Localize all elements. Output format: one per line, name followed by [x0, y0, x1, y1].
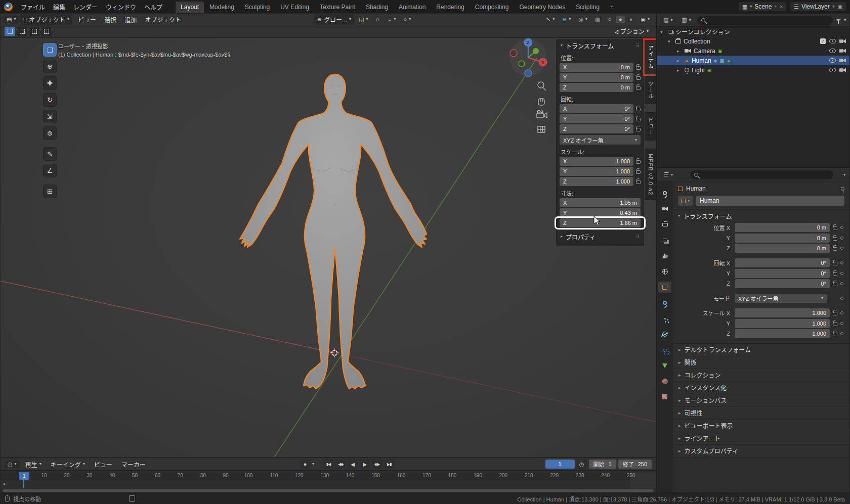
eye-icon[interactable] [829, 39, 836, 43]
transform-orientation-selector[interactable]: ⊕グロー...▾ [314, 14, 354, 25]
panel-drag-icon[interactable]: ⠿ [636, 234, 640, 240]
proportional-edit-toggle[interactable]: ○▾ [401, 16, 414, 23]
next-keyframe-button[interactable]: ◆▶ [372, 460, 382, 469]
lock-icon[interactable] [833, 272, 837, 276]
tab-render[interactable] [658, 203, 671, 214]
number-field[interactable]: Y0° [560, 114, 633, 123]
selectability-dropdown[interactable]: ↖▾ [543, 16, 558, 23]
use-preview-range-button[interactable]: ◷ [577, 460, 587, 469]
number-field[interactable]: Y1.000 [560, 167, 633, 176]
lock-icon[interactable] [636, 160, 641, 164]
new-scene-icon[interactable]: + [774, 4, 777, 10]
outliner-editor-type-button[interactable]: ▤▾ [660, 16, 675, 24]
outliner-row-collection[interactable]: ▾ Collection ✓ [657, 36, 849, 46]
workspace-tab[interactable]: Animation [394, 2, 431, 13]
collapsed-section-header[interactable]: ▸ ビューポート表示 [673, 420, 849, 432]
show-gizmos-toggle[interactable]: ⊕▾ [559, 16, 574, 23]
number-field[interactable]: 1.000 [735, 329, 830, 338]
collapsed-section-header[interactable]: ▸ モーションパス [673, 394, 849, 407]
animate-decorator-icon[interactable] [840, 322, 843, 325]
playhead-badge[interactable]: 1 [19, 472, 29, 480]
blender-logo-icon[interactable] [4, 3, 13, 11]
keying-menu[interactable]: キーイング▾ [47, 459, 89, 470]
playhead-line[interactable] [23, 480, 24, 488]
render-visibility-icon[interactable] [839, 39, 846, 43]
play-reverse-button[interactable]: ◀ [348, 460, 358, 469]
outliner-search-input[interactable] [697, 16, 833, 25]
timeline-ruler[interactable]: 1 10203040506070809010011012013014015016… [1, 470, 656, 480]
animate-decorator-icon[interactable] [840, 332, 843, 335]
eye-icon[interactable] [829, 49, 836, 53]
transform-section-header[interactable]: ▾ トランスフォーム [673, 210, 849, 222]
workspace-tab[interactable]: Texture Paint [315, 2, 360, 13]
new-viewlayer-icon[interactable]: + [832, 4, 835, 10]
scrollbar-thumb[interactable] [3, 489, 654, 492]
remove-viewlayer-icon[interactable]: ▣ [838, 4, 842, 10]
animate-decorator-icon[interactable] [840, 272, 843, 275]
object-name-field[interactable]: Human [696, 196, 844, 206]
tab-constraints[interactable] [658, 344, 671, 355]
tab-material[interactable] [658, 376, 671, 387]
disclosure-icon[interactable]: ▸ [677, 58, 682, 63]
timeline-scrollbar[interactable] [1, 488, 656, 492]
animate-decorator-icon[interactable] [840, 261, 843, 264]
workspace-tab[interactable]: Shading [361, 2, 393, 13]
workspace-tab[interactable]: + [605, 2, 619, 13]
move-tool[interactable]: ✚ [43, 76, 57, 90]
number-field[interactable]: X1.000 [560, 157, 633, 166]
menubar-item[interactable]: 編集 [49, 1, 69, 13]
filter-icon[interactable] [836, 19, 841, 22]
playback-menu[interactable]: 再生▾ [22, 459, 45, 470]
lock-icon[interactable] [833, 283, 837, 286]
tab-texture[interactable] [658, 391, 671, 402]
workspace-tab[interactable]: Rendering [431, 2, 469, 13]
shading-solid-button[interactable]: ● [616, 16, 625, 23]
object-type-dropdown[interactable]: ▾ [678, 196, 693, 206]
select-mode-extend-button[interactable] [17, 27, 27, 36]
tab-world[interactable] [658, 266, 671, 277]
scale-tool[interactable]: ⇲ [43, 110, 57, 123]
shading-wireframe-button[interactable]: ○ [605, 16, 614, 23]
tab-modifiers[interactable] [658, 297, 671, 308]
auto-keying-button[interactable]: ● [300, 460, 310, 469]
editor-type-button[interactable]: ▤▾ [4, 16, 19, 23]
select-mode-subtract-button[interactable] [29, 27, 39, 36]
rotate-tool[interactable]: ↻ [43, 93, 57, 107]
number-field[interactable]: 0 m [735, 223, 830, 232]
jump-to-start-button[interactable]: ▮◀ [323, 460, 333, 469]
previous-keyframe-button[interactable]: ◀◆ [335, 460, 346, 469]
collapsed-section-header[interactable]: ▸ カスタムプロパティ [673, 445, 849, 457]
outliner-row-light[interactable]: ▸ Light ◉ [657, 65, 849, 75]
render-visibility-icon[interactable] [839, 58, 846, 63]
properties-search-input[interactable] [690, 170, 833, 179]
workspace-tab[interactable]: Sculpting [240, 2, 275, 13]
number-field[interactable]: 0 m [735, 244, 830, 253]
lock-icon[interactable] [833, 312, 837, 315]
number-field[interactable]: 1.000 [735, 319, 830, 328]
menubar-item[interactable]: ヘルプ [140, 1, 166, 13]
workspace-tab[interactable]: Scripting [571, 2, 605, 13]
outliner-row-scene-collection[interactable]: ▾ シーンコレクション [657, 27, 849, 36]
eye-icon[interactable] [829, 58, 836, 63]
number-field[interactable]: 0° [735, 279, 830, 288]
animate-decorator-icon[interactable] [840, 237, 843, 240]
play-button[interactable]: ▶ [360, 460, 370, 469]
number-field[interactable]: 0° [735, 258, 830, 267]
tab-tool[interactable] [658, 188, 671, 199]
tab-object[interactable] [658, 282, 671, 293]
measure-tool[interactable]: ∠ [43, 164, 57, 177]
outliner-row-camera[interactable]: ▸ Camera ▣ [657, 46, 849, 56]
number-field[interactable]: Z1.000 [560, 177, 633, 186]
workspace-tab[interactable]: Modeling [204, 2, 239, 13]
rotation-mode-dropdown[interactable]: XYZ オイラー角▾ [735, 294, 827, 303]
properties-panel-header[interactable]: ▸ プロパティ ⠿ [557, 231, 644, 243]
tab-output[interactable] [658, 219, 671, 230]
view-menu[interactable]: ビュー [91, 459, 116, 470]
collapsed-section-header[interactable]: ▸ 可視性 [673, 407, 849, 420]
viewport-menu-item[interactable]: 追加 [120, 14, 141, 25]
viewport-3d[interactable]: Z X ユーザー・透視投影 (1) Collection | Human : $… [0, 37, 656, 457]
frame-end-field[interactable]: 終了250 [618, 460, 652, 469]
channel-disclosure-icon[interactable]: ▸ [4, 481, 6, 486]
tab-scene[interactable] [658, 250, 671, 261]
marker-menu[interactable]: マーカー [118, 459, 149, 470]
